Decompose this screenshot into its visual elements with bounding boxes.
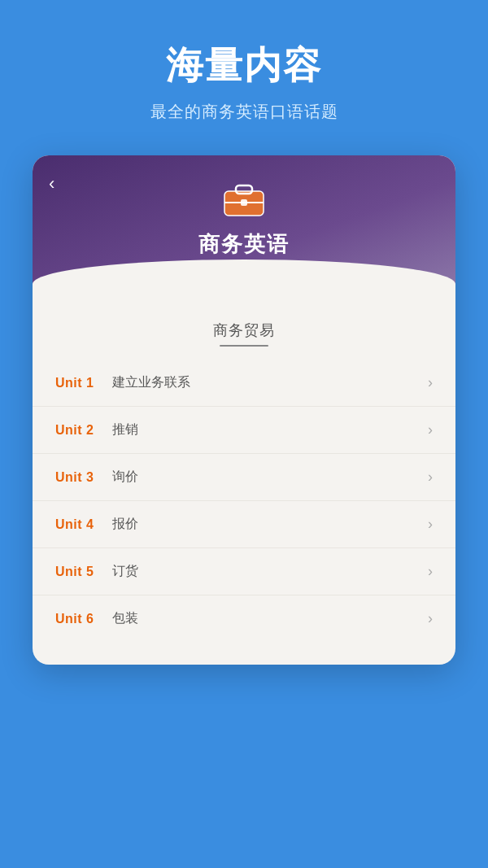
unit-description: 包装 — [112, 610, 428, 627]
unit-description: 订货 — [112, 563, 428, 580]
unit-item[interactable]: Unit 6 包装 › — [33, 595, 455, 642]
main-title: 海量内容 — [166, 41, 322, 91]
chevron-right-icon: › — [428, 469, 433, 486]
unit-label: Unit 6 — [55, 612, 112, 626]
card-title: 商务英语 — [198, 230, 290, 259]
unit-item[interactable]: Unit 4 报价 › — [33, 501, 455, 548]
unit-description: 询价 — [112, 469, 428, 486]
briefcase-icon — [221, 180, 267, 219]
unit-label: Unit 3 — [55, 470, 112, 485]
card-header: ‹ 商务英语 — [33, 155, 455, 299]
sub-title: 最全的商务英语口语话题 — [150, 101, 338, 123]
unit-item[interactable]: Unit 3 询价 › — [33, 454, 455, 501]
unit-description: 报价 — [112, 516, 428, 533]
section-title: 商务贸易 — [33, 308, 455, 353]
unit-item[interactable]: Unit 1 建立业务联系 › — [33, 360, 455, 407]
unit-label: Unit 1 — [55, 376, 112, 390]
unit-label: Unit 2 — [55, 423, 112, 438]
chevron-right-icon: › — [428, 374, 433, 391]
unit-list: Unit 1 建立业务联系 › Unit 2 推销 › Unit 3 询价 › … — [33, 353, 455, 648]
chevron-right-icon: › — [428, 516, 433, 533]
unit-description: 建立业务联系 — [112, 374, 428, 391]
unit-description: 推销 — [112, 421, 428, 438]
chevron-right-icon: › — [428, 610, 433, 627]
svg-rect-3 — [241, 199, 247, 206]
content-card: ‹ 商务英语 商务贸易 Unit 1 建立业务联系 › Unit 2 推 — [33, 155, 455, 665]
header-section: 海量内容 最全的商务英语口语话题 — [0, 0, 488, 147]
card-body: 商务贸易 Unit 1 建立业务联系 › Unit 2 推销 › Unit 3 … — [33, 299, 455, 665]
back-button[interactable]: ‹ — [49, 173, 54, 194]
chevron-right-icon: › — [428, 563, 433, 580]
section-title-underline — [220, 345, 268, 347]
unit-item[interactable]: Unit 2 推销 › — [33, 407, 455, 454]
unit-item[interactable]: Unit 5 订货 › — [33, 548, 455, 595]
unit-label: Unit 4 — [55, 517, 112, 532]
unit-label: Unit 5 — [55, 565, 112, 579]
chevron-right-icon: › — [428, 421, 433, 438]
